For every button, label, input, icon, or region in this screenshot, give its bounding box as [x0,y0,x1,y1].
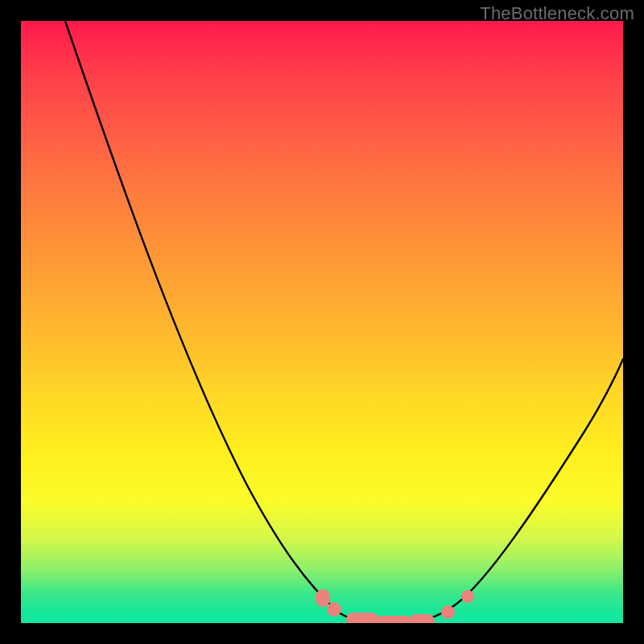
bottleneck-curve [21,21,623,623]
chart-frame: TheBottleneck.com [0,0,644,644]
marker [327,602,341,617]
plot-area [21,21,623,623]
marker [441,605,455,619]
marker [375,616,412,623]
marker [346,613,378,623]
watermark-text: TheBottleneck.com [480,3,634,24]
marker [461,590,474,603]
valley-markers [316,589,474,623]
marker [316,589,330,607]
marker [409,614,435,623]
curve-path [65,21,623,623]
